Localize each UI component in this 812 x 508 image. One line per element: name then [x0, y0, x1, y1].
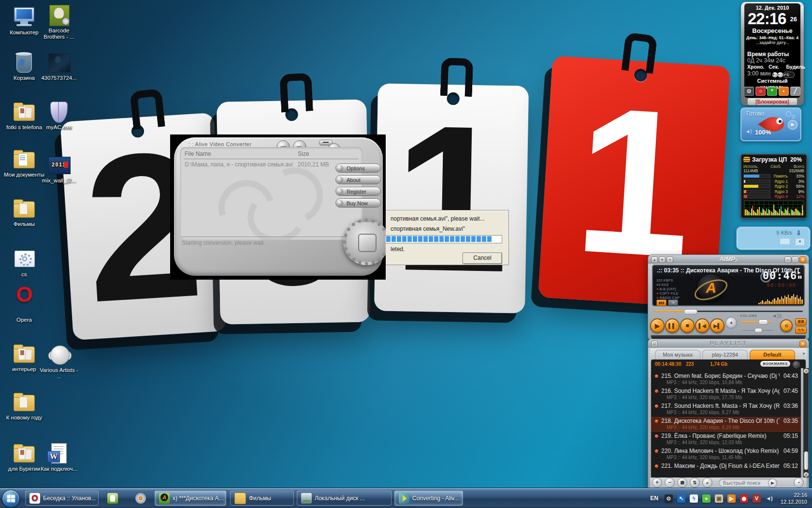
playlist-item[interactable]: 217. Sound Hackers ft. Masta - Я Так Хоч…	[651, 402, 801, 417]
tabs-overflow-icon[interactable]: ▼	[802, 352, 806, 356]
download-master-icon[interactable]: ●	[702, 494, 710, 503]
alarm-minus-icon[interactable]: −	[778, 72, 783, 77]
playlist-item[interactable]: 221. Максим - Дождь (Dj Fisun & i-DEA Ex…	[651, 462, 801, 477]
playlist-scrollbar[interactable]	[803, 368, 809, 478]
scrollbar-thumb[interactable]	[804, 451, 808, 470]
playlist-titlebar[interactable]: ◱ PLAYLIST ✕	[648, 339, 809, 348]
display-mode-icon[interactable]: %	[668, 299, 678, 306]
taskbar-clock[interactable]: 22:16 12.12.2010	[781, 492, 807, 505]
desktop-icon-word[interactable]: WКак подключ...	[39, 442, 79, 472]
power-icon[interactable]: ⊙	[744, 87, 754, 96]
file-row-name[interactable]: D:\Мама, папа, я - спортивная семья.avi	[185, 161, 293, 168]
cancel-button[interactable]: Cancel	[463, 253, 502, 264]
desktop-icon-opera[interactable]: OOpera	[4, 293, 44, 323]
task-button-disk[interactable]: Локальный диск ...	[297, 491, 392, 506]
playlist-item[interactable]: 215. Omen feat. Борис Бредин - Скучаю (D…	[651, 372, 801, 387]
playlist-item[interactable]: 220. Лина Милович - Шоколад (Yoko Remix)…	[651, 447, 801, 462]
buy-now-button[interactable]: Buy Now	[335, 198, 381, 208]
pointer-icon[interactable]: ↖	[677, 494, 685, 503]
messenger-icon[interactable]: ▣	[715, 494, 723, 503]
about-button[interactable]: About	[335, 175, 381, 184]
playlist-item[interactable]: 218. Дискотека Авария - The Disco Of 10t…	[651, 417, 801, 432]
play-button[interactable]: ▶	[650, 318, 665, 333]
desktop-icon-album-green[interactable]: Barcode Brothers - ...	[39, 4, 79, 40]
playlist-toggle-icon[interactable]: ≣≣	[795, 318, 807, 326]
alarm-check-icon[interactable]: ✓C	[783, 72, 795, 78]
language-indicator[interactable]: EN	[650, 495, 658, 502]
seek-handle[interactable]	[684, 309, 697, 314]
sort-button[interactable]: ⇅	[690, 478, 700, 488]
close-icon[interactable]: ✕	[799, 256, 806, 263]
tab-play-12284[interactable]: play-12284	[702, 350, 748, 359]
flashget-icon[interactable]: ϟ	[690, 494, 698, 503]
remove-track-button[interactable]: −	[665, 478, 675, 488]
bookmarks-button[interactable]: BOOKMARKS	[760, 361, 790, 367]
spectrum-analyzer[interactable]	[758, 293, 803, 304]
aimp-titlebar[interactable]: ▴ ✦ ≡ AIMP2 — □ ✕	[648, 255, 809, 264]
chrono-labels[interactable]: Хроно. Сек. Будиль	[744, 64, 800, 70]
minimize-icon[interactable]: —	[784, 256, 791, 263]
desktop-icon-shield[interactable]: myAC.exe	[39, 101, 79, 131]
pause-button[interactable]: ▌▌	[665, 318, 680, 333]
volume-icon[interactable]: ◄)	[765, 494, 773, 503]
play-icon[interactable]: ▶	[788, 120, 798, 130]
desktop-icon-image-dark[interactable]: 4307573724...	[39, 51, 79, 81]
register-button[interactable]: Register	[335, 187, 381, 196]
tools-icon[interactable]: ╱	[790, 87, 800, 96]
lock-button[interactable]: [Блокировка]	[748, 98, 797, 105]
desktop-icon-folder-plain[interactable]: К новому году	[4, 391, 44, 421]
next-button[interactable]: ▶▌	[710, 318, 725, 333]
chevron-down-icon[interactable]: ▼	[795, 238, 805, 246]
playlist-lock-icon[interactable]	[793, 361, 800, 368]
file-list[interactable]: File Name Size D:\Мама, папа, я - спорти…	[180, 147, 362, 240]
options-button[interactable]: Options	[335, 164, 381, 173]
playlist-file-button[interactable]: ▪	[794, 478, 804, 488]
scroll-up-icon[interactable]	[804, 369, 809, 374]
close-icon[interactable]: ✕	[799, 341, 806, 347]
task-button-folder[interactable]: Фильмы	[230, 491, 294, 506]
balance-handle[interactable]	[754, 328, 762, 333]
group-button[interactable]: ▦	[677, 478, 687, 488]
equalizer-toggle-icon[interactable]: ▮▮▮	[656, 299, 667, 306]
desktop-icon-image-2011[interactable]: 2011mix_wall_(2...	[39, 154, 79, 184]
search-button[interactable]: ⌕	[702, 478, 712, 488]
stop-button[interactable]: ■	[680, 318, 695, 333]
alarm-plus-icon[interactable]: +	[772, 72, 778, 77]
desktop-icon-folder-plain[interactable]: Фильмы	[4, 197, 44, 227]
add-track-button[interactable]: +	[652, 478, 662, 488]
lock-icon[interactable]: ▪	[779, 87, 789, 96]
open-file-button[interactable]: ▲	[725, 317, 737, 329]
menu-button[interactable]: ≡	[780, 319, 793, 332]
start-button[interactable]	[2, 490, 20, 508]
desktop-icon-album-white[interactable]: Various Artists - ...	[39, 344, 79, 380]
gadget-date-hint[interactable]: ...задайте дату...	[744, 40, 800, 45]
task-button-aimp[interactable]: х) ***Дискотека А...	[155, 491, 226, 506]
elapsed-time[interactable]: 00:46	[763, 269, 797, 282]
speaker-icon[interactable]: ◄)	[745, 129, 752, 134]
scroll-down-icon[interactable]	[804, 472, 809, 477]
guard-icon[interactable]: ◉	[740, 494, 748, 503]
maximize-icon[interactable]: □	[792, 256, 798, 263]
playlist-item[interactable]: 219. Ёлка - Прованс (Faberlique Remix)05…	[651, 432, 801, 447]
task-button-opera[interactable]: OБеседка :: Уланов...	[25, 491, 99, 506]
tab-default[interactable]: Default	[750, 350, 795, 359]
previous-button[interactable]: ▌◀	[695, 318, 710, 333]
task-button-alive[interactable]: Converting - Aliv...	[394, 491, 463, 506]
task-button-qip[interactable]	[103, 491, 122, 506]
download-icon[interactable]: ⇓	[796, 229, 804, 236]
volume-handle[interactable]	[758, 319, 768, 325]
search-go-icon[interactable]: ▶	[768, 478, 777, 488]
task-button-burn[interactable]	[131, 491, 150, 506]
convert-stop-button[interactable]	[343, 219, 386, 265]
speaker-icon[interactable]: ◄)))	[772, 313, 782, 318]
antivirus-icon[interactable]: V	[753, 494, 761, 503]
tab-моя-музыка[interactable]: Моя музыка	[655, 350, 700, 359]
refresh-icon[interactable]: *	[767, 87, 777, 96]
aimp-tray-icon[interactable]: ▶	[727, 494, 736, 503]
playlist-item[interactable]: 216. Sound Hackers ft Masta - Я Так Хочу…	[651, 387, 801, 402]
visualization-toggle-icon[interactable]: ∿∿	[795, 327, 807, 334]
accessibility-icon[interactable]: ⊙	[665, 494, 673, 503]
desktop-icon-gear[interactable]: cs	[4, 248, 44, 278]
playlist-track-list[interactable]: 215. Omen feat. Борис Бредин - Скучаю (D…	[651, 368, 801, 478]
shutdown-icon[interactable]: ○	[755, 87, 766, 96]
